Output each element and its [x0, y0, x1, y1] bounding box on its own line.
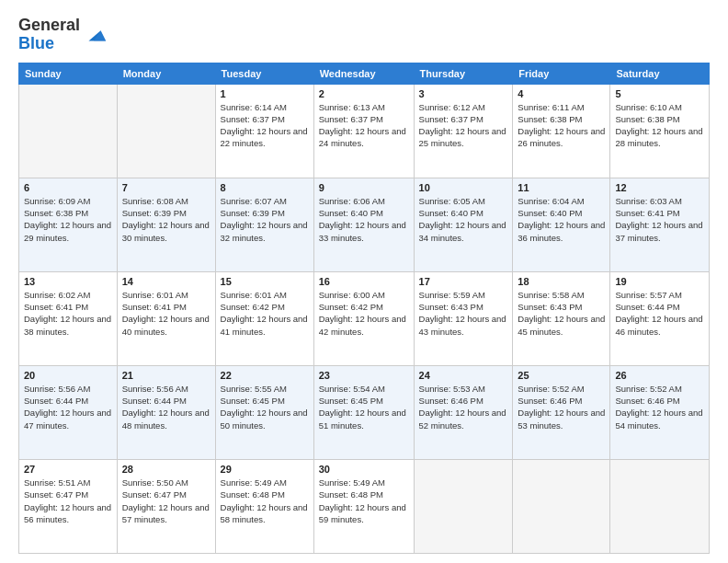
day-info: Sunrise: 6:07 AMSunset: 6:39 PMDaylight:…	[221, 195, 309, 244]
day-number: 7	[122, 182, 210, 193]
day-number: 15	[221, 276, 309, 287]
calendar-cell: 2Sunrise: 6:13 AMSunset: 6:37 PMDaylight…	[313, 84, 414, 178]
calendar-cell: 5Sunrise: 6:10 AMSunset: 6:38 PMDaylight…	[610, 84, 710, 178]
day-info: Sunrise: 5:50 AMSunset: 6:47 PMDaylight:…	[122, 477, 210, 525]
calendar-header-row: SundayMondayTuesdayWednesdayThursdayFrid…	[19, 63, 710, 84]
calendar-cell: 4Sunrise: 6:11 AMSunset: 6:38 PMDaylight…	[513, 84, 610, 178]
day-number: 5	[615, 88, 704, 99]
day-info: Sunrise: 6:11 AMSunset: 6:38 PMDaylight:…	[518, 101, 605, 150]
day-number: 28	[122, 464, 210, 475]
day-info: Sunrise: 5:56 AMSunset: 6:44 PMDaylight:…	[122, 383, 210, 431]
col-header-friday: Friday	[513, 63, 610, 84]
day-number: 10	[419, 182, 508, 193]
day-info: Sunrise: 5:56 AMSunset: 6:44 PMDaylight:…	[24, 383, 112, 431]
logo: General Blue	[18, 17, 108, 53]
day-number: 3	[419, 88, 508, 99]
calendar-cell	[414, 459, 513, 553]
col-header-thursday: Thursday	[414, 63, 513, 84]
calendar-cell: 15Sunrise: 6:01 AMSunset: 6:42 PMDayligh…	[215, 271, 313, 365]
col-header-tuesday: Tuesday	[215, 63, 313, 84]
calendar-cell: 14Sunrise: 6:01 AMSunset: 6:41 PMDayligh…	[117, 271, 215, 365]
page: General Blue SundayMondayTuesdayWednesda…	[0, 0, 728, 563]
day-number: 6	[24, 182, 112, 193]
calendar-cell: 22Sunrise: 5:55 AMSunset: 6:45 PMDayligh…	[215, 365, 313, 459]
day-number: 21	[122, 370, 210, 381]
day-info: Sunrise: 5:51 AMSunset: 6:47 PMDaylight:…	[24, 477, 112, 525]
col-header-saturday: Saturday	[610, 63, 710, 84]
day-info: Sunrise: 5:52 AMSunset: 6:46 PMDaylight:…	[615, 383, 704, 431]
calendar-week-row: 1Sunrise: 6:14 AMSunset: 6:37 PMDaylight…	[19, 84, 710, 178]
day-number: 18	[518, 276, 605, 287]
day-number: 29	[221, 464, 309, 475]
calendar-cell: 8Sunrise: 6:07 AMSunset: 6:39 PMDaylight…	[215, 178, 313, 271]
day-info: Sunrise: 5:57 AMSunset: 6:44 PMDaylight:…	[615, 289, 704, 338]
day-number: 8	[221, 182, 309, 193]
day-info: Sunrise: 6:03 AMSunset: 6:41 PMDaylight:…	[615, 195, 704, 244]
calendar-cell: 25Sunrise: 5:52 AMSunset: 6:46 PMDayligh…	[513, 365, 610, 459]
day-number: 9	[319, 182, 409, 193]
day-info: Sunrise: 6:14 AMSunset: 6:37 PMDaylight:…	[221, 101, 309, 150]
calendar-cell: 20Sunrise: 5:56 AMSunset: 6:44 PMDayligh…	[19, 365, 118, 459]
calendar-cell: 12Sunrise: 6:03 AMSunset: 6:41 PMDayligh…	[610, 178, 710, 271]
col-header-sunday: Sunday	[19, 63, 118, 84]
calendar-cell: 11Sunrise: 6:04 AMSunset: 6:40 PMDayligh…	[513, 178, 610, 271]
day-number: 23	[319, 370, 409, 381]
calendar-cell	[117, 84, 215, 178]
day-info: Sunrise: 5:58 AMSunset: 6:43 PMDaylight:…	[518, 289, 605, 338]
day-number: 11	[518, 182, 605, 193]
calendar-cell: 28Sunrise: 5:50 AMSunset: 6:47 PMDayligh…	[117, 459, 215, 553]
calendar-cell: 9Sunrise: 6:06 AMSunset: 6:40 PMDaylight…	[313, 178, 414, 271]
calendar-cell: 30Sunrise: 5:49 AMSunset: 6:48 PMDayligh…	[313, 459, 414, 553]
calendar-cell: 7Sunrise: 6:08 AMSunset: 6:39 PMDaylight…	[117, 178, 215, 271]
day-info: Sunrise: 6:12 AMSunset: 6:37 PMDaylight:…	[419, 101, 508, 150]
calendar-cell: 18Sunrise: 5:58 AMSunset: 6:43 PMDayligh…	[513, 271, 610, 365]
day-number: 1	[221, 88, 309, 99]
day-number: 27	[24, 464, 112, 475]
calendar-week-row: 13Sunrise: 6:02 AMSunset: 6:41 PMDayligh…	[19, 271, 710, 365]
day-number: 17	[419, 276, 508, 287]
day-number: 12	[615, 182, 704, 193]
day-info: Sunrise: 6:01 AMSunset: 6:41 PMDaylight:…	[122, 289, 210, 338]
day-info: Sunrise: 5:52 AMSunset: 6:46 PMDaylight:…	[518, 383, 605, 431]
day-number: 16	[319, 276, 409, 287]
logo-text: General Blue	[18, 17, 80, 53]
day-number: 24	[419, 370, 508, 381]
header: General Blue	[18, 17, 710, 53]
calendar-cell: 29Sunrise: 5:49 AMSunset: 6:48 PMDayligh…	[215, 459, 313, 553]
calendar-cell: 24Sunrise: 5:53 AMSunset: 6:46 PMDayligh…	[414, 365, 513, 459]
calendar-cell: 27Sunrise: 5:51 AMSunset: 6:47 PMDayligh…	[19, 459, 118, 553]
calendar-cell: 13Sunrise: 6:02 AMSunset: 6:41 PMDayligh…	[19, 271, 118, 365]
day-info: Sunrise: 6:09 AMSunset: 6:38 PMDaylight:…	[24, 195, 112, 244]
day-info: Sunrise: 6:10 AMSunset: 6:38 PMDaylight:…	[615, 101, 704, 150]
day-number: 20	[24, 370, 112, 381]
day-number: 30	[319, 464, 409, 475]
calendar-cell	[610, 459, 710, 553]
day-info: Sunrise: 5:54 AMSunset: 6:45 PMDaylight:…	[319, 383, 409, 431]
day-info: Sunrise: 5:53 AMSunset: 6:46 PMDaylight:…	[419, 383, 508, 431]
day-number: 22	[221, 370, 309, 381]
day-info: Sunrise: 6:04 AMSunset: 6:40 PMDaylight:…	[518, 195, 605, 244]
day-number: 13	[24, 276, 112, 287]
calendar-cell	[19, 84, 118, 178]
day-info: Sunrise: 6:01 AMSunset: 6:42 PMDaylight:…	[221, 289, 309, 338]
col-header-monday: Monday	[117, 63, 215, 84]
day-info: Sunrise: 5:55 AMSunset: 6:45 PMDaylight:…	[221, 383, 309, 431]
day-number: 26	[615, 370, 704, 381]
calendar-cell: 3Sunrise: 6:12 AMSunset: 6:37 PMDaylight…	[414, 84, 513, 178]
day-info: Sunrise: 5:49 AMSunset: 6:48 PMDaylight:…	[221, 477, 309, 525]
calendar-cell: 19Sunrise: 5:57 AMSunset: 6:44 PMDayligh…	[610, 271, 710, 365]
day-info: Sunrise: 6:05 AMSunset: 6:40 PMDaylight:…	[419, 195, 508, 244]
day-number: 4	[518, 88, 605, 99]
calendar-week-row: 27Sunrise: 5:51 AMSunset: 6:47 PMDayligh…	[19, 459, 710, 553]
day-info: Sunrise: 6:02 AMSunset: 6:41 PMDaylight:…	[24, 289, 112, 338]
calendar-cell: 26Sunrise: 5:52 AMSunset: 6:46 PMDayligh…	[610, 365, 710, 459]
calendar-cell: 16Sunrise: 6:00 AMSunset: 6:42 PMDayligh…	[313, 271, 414, 365]
day-number: 2	[319, 88, 409, 99]
day-info: Sunrise: 6:08 AMSunset: 6:39 PMDaylight:…	[122, 195, 210, 244]
calendar-week-row: 6Sunrise: 6:09 AMSunset: 6:38 PMDaylight…	[19, 178, 710, 271]
calendar-cell: 23Sunrise: 5:54 AMSunset: 6:45 PMDayligh…	[313, 365, 414, 459]
day-info: Sunrise: 5:49 AMSunset: 6:48 PMDaylight:…	[319, 477, 409, 525]
col-header-wednesday: Wednesday	[313, 63, 414, 84]
day-info: Sunrise: 5:59 AMSunset: 6:43 PMDaylight:…	[419, 289, 508, 338]
calendar-table: SundayMondayTuesdayWednesdayThursdayFrid…	[18, 63, 710, 554]
